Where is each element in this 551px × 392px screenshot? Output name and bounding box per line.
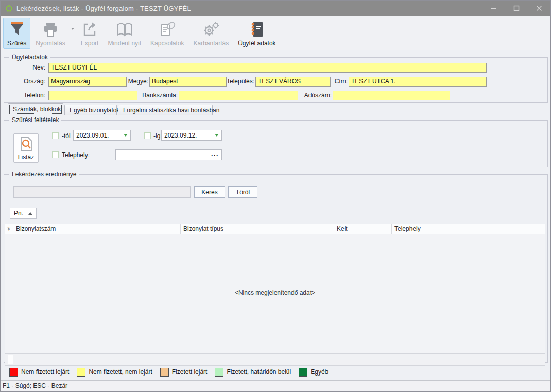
customer-data-button[interactable]: Ügyfél adatok: [234, 18, 280, 49]
legend-swatch-darkgreen: [299, 368, 307, 377]
column-header-bizonylatszam[interactable]: Bizonylatszám: [13, 224, 181, 234]
settlement-label: Település:: [226, 77, 254, 87]
date-to-value: 2023.09.12.: [164, 132, 215, 139]
tab-monthly-statistics[interactable]: Forgalmi statisztika havi bontásban: [118, 105, 213, 115]
legend-label: Fizetett, határidőn belül: [227, 368, 291, 376]
legend-item: Egyéb: [299, 368, 328, 377]
filter-button[interactable]: Szűrés: [3, 18, 30, 49]
legend-item: Fizetett lejárt: [160, 368, 208, 377]
browse-ellipsis-button[interactable]: ···: [211, 151, 219, 159]
window-controls: [483, 1, 550, 16]
maintenance-button[interactable]: Karbantartás: [189, 18, 233, 49]
address-label: Cím:: [332, 77, 348, 87]
export-button-label: Export: [81, 40, 99, 47]
customer-group-label: Ügyféladatok: [9, 54, 50, 61]
open-all-button-label: Mindent nyit: [108, 40, 141, 47]
dropdown-arrow-icon: [215, 134, 219, 139]
customer-data-button-label: Ügyfél adatok: [238, 40, 276, 47]
close-button[interactable]: [528, 1, 550, 16]
country-field[interactable]: Magyarország: [48, 77, 127, 87]
status-bar: F1 - Súgó; ESC - Bezár: [1, 380, 550, 391]
date-to-checkbox[interactable]: [144, 132, 151, 139]
print-button[interactable]: Nyomtatás: [31, 18, 69, 49]
column-header-telephely[interactable]: Telephely: [392, 224, 544, 234]
filter-group: Szűrési feltételek Listáz -tól 2023.09.0…: [4, 120, 548, 167]
bank-account-field[interactable]: [179, 91, 298, 100]
scrollbar-thumb[interactable]: [8, 355, 13, 364]
sort-selector[interactable]: Pn.: [10, 208, 37, 219]
chevron-down-icon: [71, 28, 74, 31]
export-button[interactable]: Export: [77, 18, 103, 49]
table-body: <Nincs megjelenítendő adat>: [5, 234, 545, 353]
column-header-bizonylat-tipus[interactable]: Bizonylat típus: [181, 224, 334, 234]
phone-field[interactable]: [48, 91, 137, 100]
empty-data-message: <Nincs megjelenítendő adat>: [5, 289, 545, 296]
date-from-label: -tól: [62, 131, 71, 141]
sort-field-label: Pn.: [14, 210, 28, 217]
maintenance-button-label: Karbantartás: [193, 40, 229, 47]
window-title: Lekérdezések, listák - Ügyfél forgalom -…: [16, 5, 191, 12]
site-field[interactable]: ···: [115, 149, 222, 160]
contacts-button-label: Kapcsolatok: [150, 40, 184, 47]
open-all-button[interactable]: Mindent nyit: [104, 18, 145, 49]
contacts-button[interactable]: Kapcsolatok: [146, 18, 188, 49]
dropdown-arrow-icon: [124, 134, 128, 139]
name-label: Név:: [4, 63, 45, 73]
legend-item: Fizetett, határidőn belül: [215, 368, 291, 377]
notebook-icon: [249, 21, 265, 38]
search-button[interactable]: Keres: [194, 186, 225, 198]
tax-number-field[interactable]: [333, 91, 450, 100]
clear-button[interactable]: Töröl: [228, 186, 257, 198]
status-bar-text: F1 - Súgó; ESC - Bezár: [3, 382, 67, 389]
filter-icon: [9, 21, 25, 38]
filter-group-label: Szűrési feltételek: [9, 116, 61, 124]
legend-item: Nem fizetett lejárt: [9, 368, 69, 377]
legend-item: Nem fizetett, nem lejárt: [77, 368, 152, 377]
county-label: Megye:: [126, 77, 148, 87]
printer-icon: [42, 21, 59, 38]
site-checkbox[interactable]: [52, 151, 59, 158]
tab-invoices-receipts[interactable]: Számlák, blokkok: [8, 103, 63, 115]
date-from-combo[interactable]: 2023.09.01.: [73, 130, 131, 141]
customer-data-group: Ügyféladatok Név: TESZT ÜGYFÉL Ország: M…: [4, 57, 548, 103]
tab-other-documents[interactable]: Egyéb bizonylatok: [64, 105, 117, 115]
bank-account-label: Bankszámla:: [139, 91, 178, 100]
title-bar: Lekérdezések, listák - Ügyfél forgalom -…: [1, 1, 550, 16]
date-to-label: -ig: [153, 131, 160, 141]
legend-label: Egyéb: [311, 368, 328, 376]
tab-label: Forgalmi statisztika havi bontásban: [123, 107, 219, 114]
date-from-checkbox[interactable]: [52, 132, 59, 139]
tax-number-label: Adószám:: [301, 91, 332, 100]
open-book-icon: [115, 21, 134, 38]
print-dropdown-button[interactable]: [71, 18, 77, 49]
print-button-label: Nyomtatás: [36, 40, 65, 47]
date-to-combo[interactable]: 2023.09.12.: [161, 130, 222, 141]
legend-swatch-lightgreen: [215, 368, 223, 377]
site-label: Telephely:: [62, 150, 90, 160]
legend-swatch-yellow: [77, 368, 85, 377]
phone-label: Telefon:: [4, 91, 45, 100]
filter-button-label: Szűrés: [7, 40, 26, 47]
column-header-kelt[interactable]: Kelt: [334, 224, 392, 234]
results-group: Lekérdezés eredménye Keres Töröl Pn. ✳ B…: [4, 174, 548, 363]
name-field[interactable]: TESZT ÜGYFÉL: [48, 63, 487, 73]
row-marker-column-header[interactable]: ✳: [5, 224, 13, 234]
county-field[interactable]: Budapest: [149, 77, 227, 87]
tab-label: Egyéb bizonylatok: [70, 107, 119, 114]
address-field[interactable]: TESZT UTCA 1.: [349, 77, 487, 87]
search-input[interactable]: [13, 186, 191, 198]
horizontal-scrollbar[interactable]: [5, 353, 545, 366]
results-group-label: Lekérdezés eredménye: [9, 171, 79, 178]
attachment-document-icon: [159, 21, 176, 38]
search-document-icon: [20, 137, 33, 152]
maximize-button[interactable]: [505, 1, 528, 16]
tab-label: Számlák, blokkok: [13, 106, 61, 113]
app-window: Lekérdezések, listák - Ügyfél forgalom -…: [0, 0, 551, 392]
minimize-button[interactable]: [483, 1, 505, 16]
list-button[interactable]: Listáz: [13, 133, 39, 163]
toolbar: Szűrés Nyomtatás Ex: [1, 16, 550, 50]
list-button-label: Listáz: [18, 154, 34, 161]
legend-label: Nem fizetett, nem lejárt: [89, 368, 152, 376]
date-from-value: 2023.09.01.: [76, 132, 124, 139]
settlement-field[interactable]: TESZT VÁROS: [255, 77, 331, 87]
